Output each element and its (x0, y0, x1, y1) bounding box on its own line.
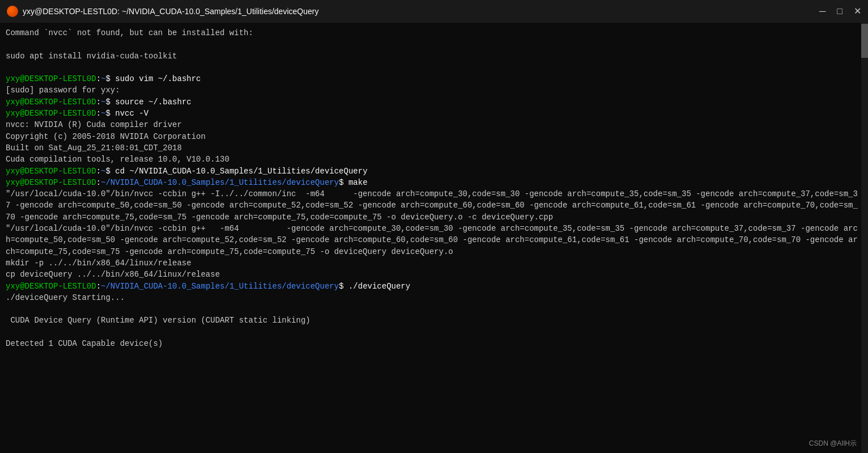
terminal-line: sudo apt install nvidia-cuda-toolkit (6, 50, 862, 62)
prompt-user: yxy@DESKTOP-LESTL0D (6, 98, 96, 107)
prompt-colon: : (96, 167, 101, 176)
prompt-cmd: $ sudo vim ~/.bashrc (105, 74, 201, 83)
terminal-line: "/usr/local/cuda-10.0"/bin/nvcc -ccbin g… (6, 223, 862, 257)
terminal-line: Built on Sat_Aug_25_21:08:01_CDT_2018 (6, 142, 862, 154)
terminal-line: CUDA Device Query (Runtime API) version … (6, 315, 862, 326)
prompt-path: ~/NVIDIA_CUDA-10.0_Samples/1_Utilities/d… (101, 282, 339, 291)
terminal-line: [sudo] password for yxy: (6, 84, 862, 96)
prompt-colon: : (96, 178, 101, 187)
prompt-colon: : (96, 74, 101, 83)
terminal-line: nvcc: NVIDIA (R) Cuda compiler driver (6, 119, 862, 130)
terminal-body[interactable]: Command `nvcc` not found, but can be ins… (0, 23, 868, 453)
prompt-cmd: $ nvcc -V (105, 109, 148, 118)
terminal-content: Command `nvcc` not found, but can be ins… (6, 27, 862, 349)
terminal-prompt-line: yxy@DESKTOP-LESTL0D:~$ sudo vim ~/.bashr… (6, 73, 862, 84)
prompt-cmd: $ cd ~/NVIDIA_CUDA-10.0_Samples/1_Utilit… (105, 167, 367, 176)
watermark: CSDN @AIlH示 (809, 439, 857, 448)
terminal-line: Detected 1 CUDA Capable device(s) (6, 338, 862, 349)
prompt-colon: : (96, 282, 101, 291)
minimize-button[interactable]: ─ (819, 7, 826, 16)
terminal-line: Cuda compilation tools, release 10.0, V1… (6, 154, 862, 165)
scrollbar-thumb[interactable] (861, 24, 868, 58)
prompt-user: yxy@DESKTOP-LESTL0D (6, 178, 96, 187)
title-bar: yxy@DESKTOP-LESTL0D: ~/NVIDIA_CUDA-10.0_… (0, 0, 868, 23)
prompt-user: yxy@DESKTOP-LESTL0D (6, 282, 96, 291)
close-button[interactable]: ✕ (854, 7, 861, 16)
terminal-prompt-line: yxy@DESKTOP-LESTL0D:~$ source ~/.bashrc (6, 96, 862, 108)
prompt-user: yxy@DESKTOP-LESTL0D (6, 74, 96, 83)
terminal-prompt-line: yxy@DESKTOP-LESTL0D:~/NVIDIA_CUDA-10.0_S… (6, 281, 862, 292)
scrollbar[interactable] (861, 23, 868, 453)
terminal-line: Copyright (c) 2005-2018 NVIDIA Corporati… (6, 131, 862, 142)
terminal-prompt-line: yxy@DESKTOP-LESTL0D:~$ cd ~/NVIDIA_CUDA-… (6, 166, 862, 177)
terminal-line: mkdir -p ../../bin/x86_64/linux/release (6, 257, 862, 269)
prompt-user: yxy@DESKTOP-LESTL0D (6, 167, 96, 176)
prompt-cmd: $ source ~/.bashrc (105, 98, 191, 107)
prompt-path: ~/NVIDIA_CUDA-10.0_Samples/1_Utilities/d… (101, 178, 339, 187)
prompt-colon: : (96, 98, 101, 107)
terminal-line (6, 327, 862, 338)
terminal-line (6, 39, 862, 50)
terminal-prompt-line: yxy@DESKTOP-LESTL0D:~$ nvcc -V (6, 108, 862, 119)
terminal-line: ./deviceQuery Starting... (6, 292, 862, 303)
maximize-button[interactable]: □ (837, 7, 843, 16)
terminal-line: Command `nvcc` not found, but can be ins… (6, 27, 862, 39)
title-bar-left: yxy@DESKTOP-LESTL0D: ~/NVIDIA_CUDA-10.0_… (7, 6, 318, 17)
terminal-line: cp deviceQuery ../../bin/x86_64/linux/re… (6, 269, 862, 280)
prompt-user: yxy@DESKTOP-LESTL0D (6, 109, 96, 118)
terminal-line (6, 62, 862, 73)
prompt-cmd: $ ./deviceQuery (339, 282, 410, 291)
window-icon (7, 6, 18, 17)
terminal-line (6, 303, 862, 315)
title-bar-controls: ─ □ ✕ (819, 7, 861, 16)
window-title: yxy@DESKTOP-LESTL0D: ~/NVIDIA_CUDA-10.0_… (23, 7, 318, 16)
prompt-cmd: $ make (339, 178, 367, 187)
terminal-window: yxy@DESKTOP-LESTL0D: ~/NVIDIA_CUDA-10.0_… (0, 0, 868, 453)
terminal-prompt-line: yxy@DESKTOP-LESTL0D:~/NVIDIA_CUDA-10.0_S… (6, 177, 862, 188)
prompt-colon: : (96, 109, 101, 118)
terminal-line: "/usr/local/cuda-10.0"/bin/nvcc -ccbin g… (6, 188, 862, 223)
